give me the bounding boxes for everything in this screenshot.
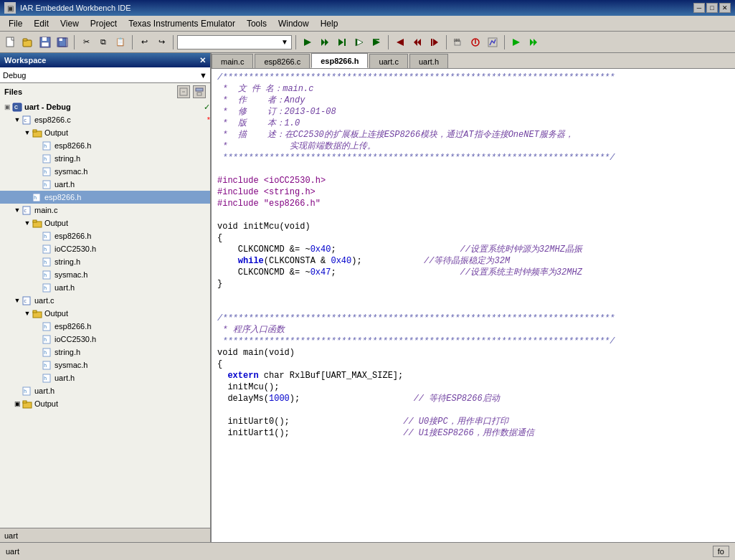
- tb-redo[interactable]: ↪: [153, 34, 169, 50]
- menu-tools[interactable]: Tools: [241, 17, 272, 30]
- tree-item-stringh-2[interactable]: h string.h: [0, 255, 210, 268]
- tb-btn8[interactable]: [427, 34, 442, 50]
- tb-btn2[interactable]: [317, 34, 333, 50]
- files-icon-btn2[interactable]: [193, 85, 206, 98]
- file-h-icon: h: [42, 166, 53, 176]
- tb-open[interactable]: [20, 34, 36, 50]
- tree-item-stringh-3[interactable]: h string.h: [0, 346, 210, 359]
- tree-label: Output: [44, 128, 210, 137]
- files-icon-btn1[interactable]: [177, 85, 190, 98]
- menu-help[interactable]: Help: [315, 17, 344, 30]
- tb-btn10[interactable]: [468, 34, 483, 50]
- tb-paste[interactable]: 📋: [113, 34, 128, 50]
- svg-rect-33: [196, 88, 203, 91]
- minimize-button[interactable]: ─: [693, 3, 705, 13]
- tree-item-uart-debug[interactable]: ▣ C uart - Debug ✓: [0, 100, 210, 113]
- tree-label: esp8266.h: [54, 232, 210, 240]
- files-header: Files: [0, 83, 210, 100]
- tree-label: Output: [34, 399, 210, 408]
- tb-run2[interactable]: [526, 34, 541, 50]
- tb-copy[interactable]: ⧉: [95, 34, 111, 50]
- tree-item-esp8266h-3[interactable]: h esp8266.h: [0, 320, 210, 333]
- tree-item-uarth-3[interactable]: h uart.h: [0, 371, 210, 384]
- tb-new[interactable]: [3, 34, 19, 50]
- tb-run[interactable]: [508, 34, 524, 50]
- tb-search-dropdown[interactable]: ▼: [177, 35, 292, 49]
- tree-item-esp8266h-selected[interactable]: h esp8266.h: [0, 191, 210, 204]
- tb-btn4[interactable]: [351, 34, 367, 50]
- tab-esp8266h[interactable]: esp8266.h: [311, 53, 368, 68]
- tree-item-output-top[interactable]: ▣ Output: [0, 397, 210, 410]
- file-h-icon: h: [42, 141, 53, 151]
- tree-item-output-3[interactable]: ▼ Output: [0, 307, 210, 320]
- tree-item-sysmach-1[interactable]: h sysmac.h: [0, 165, 210, 178]
- tree-item-uarth-under-esp[interactable]: h uart.h: [0, 178, 210, 191]
- code-line: }: [212, 278, 735, 290]
- maximize-button[interactable]: □: [706, 3, 718, 13]
- tb-btn3[interactable]: [334, 34, 350, 50]
- tb-btn11[interactable]: [485, 34, 501, 50]
- tb-btn1[interactable]: [300, 34, 316, 50]
- tree-item-esp8266h-1[interactable]: h esp8266.h: [0, 139, 210, 152]
- menu-file[interactable]: File: [3, 17, 28, 30]
- svg-rect-34: [197, 92, 201, 95]
- tree-item-uarth-2[interactable]: h uart.h: [0, 281, 210, 294]
- tb-save-all[interactable]: [54, 34, 70, 50]
- tree-item-output-2[interactable]: ▼ Output: [0, 217, 210, 229]
- expander-icon: [33, 245, 42, 253]
- menu-edit[interactable]: Edit: [28, 17, 54, 30]
- tree-item-esp8266c[interactable]: ▼ c esp8266.c *: [0, 113, 210, 126]
- tb-btn6[interactable]: [392, 34, 408, 50]
- tree-label: ioCC2530.h: [54, 245, 210, 253]
- tree-item-stringh-1[interactable]: h string.h: [0, 152, 210, 165]
- menu-project[interactable]: Project: [85, 17, 123, 30]
- expander-icon: [33, 141, 42, 150]
- code-content[interactable]: /***************************************…: [212, 69, 735, 542]
- menu-window[interactable]: Window: [272, 17, 315, 30]
- expander-icon: [33, 167, 42, 176]
- svg-text:h: h: [44, 324, 47, 330]
- status-bar: uart fo: [0, 542, 735, 560]
- tab-esp8266c[interactable]: esp8266.c: [255, 54, 310, 68]
- tree-item-ioCC2530h-2[interactable]: h ioCC2530.h: [0, 333, 210, 346]
- tree-item-mainc[interactable]: ▼ c main.c: [0, 204, 210, 217]
- svg-marker-10: [321, 39, 325, 46]
- tb-btn5[interactable]: [369, 34, 384, 50]
- svg-marker-19: [417, 39, 421, 46]
- file-tree: ▣ C uart - Debug ✓ ▼ c esp8266.c * ▼: [0, 100, 210, 528]
- tree-label: sysmac.h: [54, 270, 210, 279]
- tb-btn7[interactable]: [409, 34, 425, 50]
- tab-uarth[interactable]: uart.h: [409, 54, 448, 68]
- editor-tabs: main.c esp8266.c esp8266.h uart.c uart.h: [212, 53, 735, 69]
- svg-text:h: h: [44, 247, 47, 252]
- tree-label: uart - Debug: [24, 103, 201, 111]
- tree-item-uarth-top[interactable]: h uart.h: [0, 384, 210, 397]
- tree-item-ioCC2530h-1[interactable]: h ioCC2530.h: [0, 242, 210, 255]
- tree-item-sysmach-3[interactable]: h sysmac.h: [0, 359, 210, 371]
- close-button[interactable]: ✕: [719, 3, 731, 13]
- workspace-config-dropdown[interactable]: Debug ▼: [0, 67, 210, 83]
- svg-rect-5: [42, 42, 49, 47]
- menu-view[interactable]: View: [54, 17, 85, 30]
- svg-text:h: h: [44, 337, 47, 343]
- menu-ti-emulator[interactable]: Texas Instruments Emulator: [123, 17, 241, 30]
- svg-marker-28: [513, 39, 520, 46]
- code-line: initUart1(); // U1接ESP8266，用作数据通信: [212, 427, 735, 439]
- tb-save[interactable]: [37, 34, 53, 50]
- tb-cut[interactable]: ✂: [78, 34, 94, 50]
- tree-item-output-1[interactable]: ▼ Output: [0, 126, 210, 139]
- tb-undo[interactable]: ↩: [136, 34, 152, 50]
- workspace-header: Workspace ✕: [0, 53, 210, 67]
- tree-label: uart.c: [34, 296, 210, 305]
- tab-mainc[interactable]: main.c: [212, 54, 253, 68]
- code-line: #include <string.h>: [212, 186, 735, 198]
- code-line: * 程序入口函数: [212, 324, 735, 336]
- tb-btn9[interactable]: 000: [450, 34, 466, 50]
- tab-uartc[interactable]: uart.c: [369, 54, 408, 68]
- tree-label: uart.h: [54, 374, 210, 382]
- tree-item-uartc[interactable]: ▼ c uart.c: [0, 294, 210, 307]
- tree-item-sysmach-2[interactable]: h sysmac.h: [0, 268, 210, 281]
- tree-item-esp8266h-2[interactable]: h esp8266.h: [0, 229, 210, 242]
- workspace-close[interactable]: ✕: [199, 56, 206, 65]
- toolbar-separator-1: [74, 35, 75, 49]
